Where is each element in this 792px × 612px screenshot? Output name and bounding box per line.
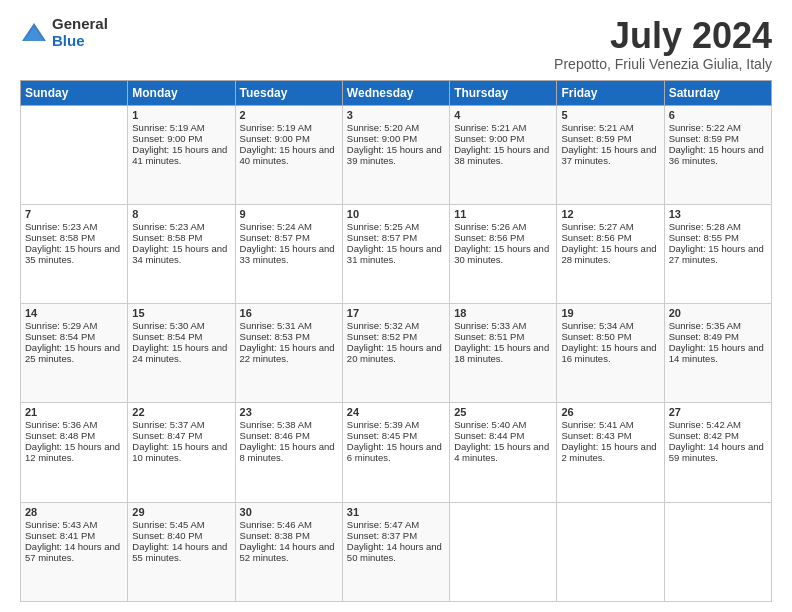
sunset: Sunset: 8:51 PM [454,331,524,342]
table-row [664,502,771,601]
sunset: Sunset: 8:59 PM [669,133,739,144]
daylight: Daylight: 15 hours and 39 minutes. [347,144,442,166]
daylight: Daylight: 15 hours and 28 minutes. [561,243,656,265]
sunrise: Sunrise: 5:23 AM [25,221,97,232]
sunrise: Sunrise: 5:23 AM [132,221,204,232]
table-row: 30Sunrise: 5:46 AMSunset: 8:38 PMDayligh… [235,502,342,601]
day-number: 12 [561,208,659,220]
logo: General Blue [20,16,108,49]
sunset: Sunset: 8:49 PM [669,331,739,342]
daylight: Daylight: 15 hours and 40 minutes. [240,144,335,166]
sunrise: Sunrise: 5:34 AM [561,320,633,331]
table-row [557,502,664,601]
sunset: Sunset: 9:00 PM [132,133,202,144]
table-row: 26Sunrise: 5:41 AMSunset: 8:43 PMDayligh… [557,403,664,502]
daylight: Daylight: 15 hours and 38 minutes. [454,144,549,166]
sunrise: Sunrise: 5:21 AM [561,122,633,133]
sunrise: Sunrise: 5:35 AM [669,320,741,331]
daylight: Daylight: 15 hours and 18 minutes. [454,342,549,364]
sunrise: Sunrise: 5:20 AM [347,122,419,133]
col-sunday: Sunday [21,80,128,105]
daylight: Daylight: 14 hours and 52 minutes. [240,541,335,563]
col-saturday: Saturday [664,80,771,105]
sunset: Sunset: 9:00 PM [347,133,417,144]
table-row: 20Sunrise: 5:35 AMSunset: 8:49 PMDayligh… [664,304,771,403]
day-number: 13 [669,208,767,220]
daylight: Daylight: 15 hours and 14 minutes. [669,342,764,364]
sunset: Sunset: 8:43 PM [561,430,631,441]
subtitle: Prepotto, Friuli Venezia Giulia, Italy [554,56,772,72]
sunset: Sunset: 8:52 PM [347,331,417,342]
day-number: 2 [240,109,338,121]
table-row: 23Sunrise: 5:38 AMSunset: 8:46 PMDayligh… [235,403,342,502]
table-row: 7Sunrise: 5:23 AMSunset: 8:58 PMDaylight… [21,204,128,303]
sunrise: Sunrise: 5:32 AM [347,320,419,331]
day-number: 29 [132,506,230,518]
sunrise: Sunrise: 5:40 AM [454,419,526,430]
table-row [21,105,128,204]
main-title: July 2024 [554,16,772,56]
calendar-week-2: 14Sunrise: 5:29 AMSunset: 8:54 PMDayligh… [21,304,772,403]
day-number: 9 [240,208,338,220]
sunset: Sunset: 8:37 PM [347,530,417,541]
day-number: 23 [240,406,338,418]
daylight: Daylight: 15 hours and 12 minutes. [25,441,120,463]
table-row: 31Sunrise: 5:47 AMSunset: 8:37 PMDayligh… [342,502,449,601]
day-number: 5 [561,109,659,121]
logo-icon [20,19,48,47]
day-number: 15 [132,307,230,319]
sunset: Sunset: 9:00 PM [454,133,524,144]
daylight: Daylight: 15 hours and 20 minutes. [347,342,442,364]
day-number: 4 [454,109,552,121]
sunrise: Sunrise: 5:29 AM [25,320,97,331]
sunset: Sunset: 8:47 PM [132,430,202,441]
daylight: Daylight: 15 hours and 24 minutes. [132,342,227,364]
day-number: 28 [25,506,123,518]
sunset: Sunset: 8:41 PM [25,530,95,541]
sunset: Sunset: 8:44 PM [454,430,524,441]
table-row: 10Sunrise: 5:25 AMSunset: 8:57 PMDayligh… [342,204,449,303]
daylight: Daylight: 15 hours and 35 minutes. [25,243,120,265]
daylight: Daylight: 15 hours and 4 minutes. [454,441,549,463]
sunset: Sunset: 8:54 PM [25,331,95,342]
day-number: 18 [454,307,552,319]
col-thursday: Thursday [450,80,557,105]
daylight: Daylight: 14 hours and 50 minutes. [347,541,442,563]
header: General Blue July 2024 Prepotto, Friuli … [20,16,772,72]
day-number: 11 [454,208,552,220]
calendar-table: Sunday Monday Tuesday Wednesday Thursday… [20,80,772,602]
sunrise: Sunrise: 5:19 AM [240,122,312,133]
table-row: 12Sunrise: 5:27 AMSunset: 8:56 PMDayligh… [557,204,664,303]
day-number: 22 [132,406,230,418]
sunset: Sunset: 8:45 PM [347,430,417,441]
daylight: Daylight: 15 hours and 36 minutes. [669,144,764,166]
calendar-week-0: 1Sunrise: 5:19 AMSunset: 9:00 PMDaylight… [21,105,772,204]
daylight: Daylight: 15 hours and 25 minutes. [25,342,120,364]
col-monday: Monday [128,80,235,105]
day-number: 17 [347,307,445,319]
sunrise: Sunrise: 5:33 AM [454,320,526,331]
sunset: Sunset: 8:40 PM [132,530,202,541]
sunset: Sunset: 8:58 PM [132,232,202,243]
header-row: Sunday Monday Tuesday Wednesday Thursday… [21,80,772,105]
sunrise: Sunrise: 5:38 AM [240,419,312,430]
day-number: 26 [561,406,659,418]
sunrise: Sunrise: 5:46 AM [240,519,312,530]
sunrise: Sunrise: 5:47 AM [347,519,419,530]
sunrise: Sunrise: 5:42 AM [669,419,741,430]
calendar-week-1: 7Sunrise: 5:23 AMSunset: 8:58 PMDaylight… [21,204,772,303]
table-row: 13Sunrise: 5:28 AMSunset: 8:55 PMDayligh… [664,204,771,303]
sunrise: Sunrise: 5:22 AM [669,122,741,133]
daylight: Daylight: 15 hours and 8 minutes. [240,441,335,463]
sunset: Sunset: 8:54 PM [132,331,202,342]
table-row: 2Sunrise: 5:19 AMSunset: 9:00 PMDaylight… [235,105,342,204]
day-number: 24 [347,406,445,418]
day-number: 7 [25,208,123,220]
table-row: 22Sunrise: 5:37 AMSunset: 8:47 PMDayligh… [128,403,235,502]
sunrise: Sunrise: 5:28 AM [669,221,741,232]
col-wednesday: Wednesday [342,80,449,105]
table-row: 4Sunrise: 5:21 AMSunset: 9:00 PMDaylight… [450,105,557,204]
daylight: Daylight: 15 hours and 31 minutes. [347,243,442,265]
sunset: Sunset: 8:56 PM [454,232,524,243]
day-number: 25 [454,406,552,418]
